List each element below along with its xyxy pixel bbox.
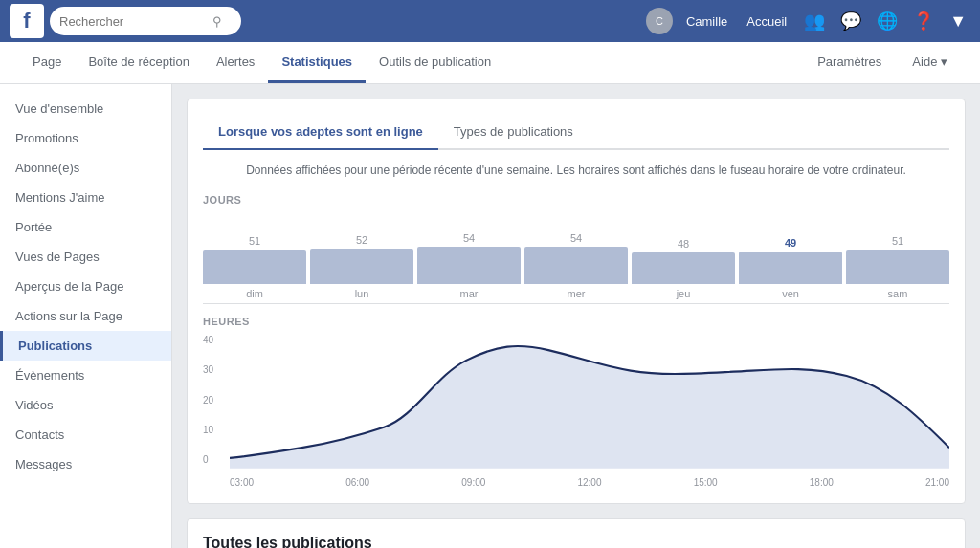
search-input[interactable] <box>59 14 212 29</box>
bar-chart: 51 dim 52 lun 54 mar 54 mer 48 jeu 49 ve… <box>203 213 949 299</box>
search-bar[interactable]: ⚲ <box>50 7 241 35</box>
tabs-row: Lorsque vos adeptes sont en ligne Types … <box>203 115 949 150</box>
x-label: 15:00 <box>694 477 718 488</box>
x-labels: 03:0006:0009:0012:0015:0018:0021:00 <box>230 477 949 488</box>
sidebar-item-videos[interactable]: Vidéos <box>0 390 171 420</box>
bar-rect <box>310 249 413 284</box>
bar-col: 54 mer <box>524 232 628 299</box>
bar-value: 49 <box>785 237 796 249</box>
bar-day: mar <box>460 288 479 299</box>
x-label: 03:00 <box>230 477 254 488</box>
bar-col: 51 dim <box>203 235 306 299</box>
x-label: 18:00 <box>810 477 834 488</box>
sidebar-item-evenements[interactable]: Évènements <box>0 361 171 390</box>
bar-value: 54 <box>570 232 582 244</box>
area-fill <box>230 346 949 469</box>
bar-rect <box>417 247 521 284</box>
bar-day: mer <box>568 288 586 299</box>
y-label: 20 <box>203 395 230 406</box>
main-layout: Vue d'ensemble Promotions Abonné(e)s Men… <box>0 84 980 548</box>
info-text: Données affichées pour une période récen… <box>203 162 949 179</box>
bar-day: dim <box>246 288 263 299</box>
page-nav: Page Boîte de réception Alertes Statisti… <box>0 42 980 84</box>
y-label: 10 <box>203 425 230 435</box>
main-content: Lorsque vos adeptes sont en ligne Types … <box>172 84 980 548</box>
globe-icon[interactable]: 🌐 <box>873 11 902 32</box>
x-label: 21:00 <box>925 477 949 488</box>
y-labels: 403020100 <box>203 335 230 465</box>
x-label: 12:00 <box>577 477 601 488</box>
bar-rect <box>524 247 628 284</box>
bar-day: jeu <box>677 288 691 299</box>
accueil-link[interactable]: Accueil <box>741 11 792 33</box>
sidebar-item-publications[interactable]: Publications <box>0 331 171 361</box>
x-label: 09:00 <box>461 477 485 488</box>
line-chart-svg <box>230 335 949 469</box>
facebook-logo: f <box>10 4 44 38</box>
sidebar-item-promotions[interactable]: Promotions <box>0 123 171 153</box>
bar-col: 49 ven <box>739 237 842 299</box>
y-label: 30 <box>203 364 230 375</box>
sidebar-item-vues-pages[interactable]: Vues de Pages <box>0 242 171 272</box>
nav-parametres[interactable]: Paramètres <box>804 43 895 83</box>
bar-value: 52 <box>356 234 368 246</box>
bar-col: 52 lun <box>310 234 413 299</box>
nav-aide[interactable]: Aide ▾ <box>899 43 961 83</box>
nav-outils-publication[interactable]: Outils de publication <box>366 43 504 83</box>
y-label: 0 <box>203 454 230 465</box>
sidebar-item-apercus[interactable]: Aperçus de la Page <box>0 272 171 301</box>
line-chart-label: HEURES <box>203 316 949 327</box>
sidebar-item-mentions-jaime[interactable]: Mentions J'aime <box>0 183 171 212</box>
tab-types-publications[interactable]: Types de publications <box>438 115 589 150</box>
bar-value: 51 <box>892 235 903 247</box>
bar-col: 51 sam <box>846 235 949 299</box>
nav-page[interactable]: Page <box>19 43 75 83</box>
sidebar-item-actions[interactable]: Actions sur la Page <box>0 301 171 331</box>
bar-day: ven <box>782 288 799 299</box>
question-icon[interactable]: ❓ <box>909 11 938 32</box>
sidebar-item-portee[interactable]: Portée <box>0 212 171 242</box>
bar-rect <box>739 252 842 284</box>
bar-col: 54 mar <box>417 232 521 299</box>
bar-day: sam <box>888 288 908 299</box>
bar-day: lun <box>355 288 369 299</box>
people-icon[interactable]: 👥 <box>800 11 829 32</box>
sidebar-item-vue-ensemble[interactable]: Vue d'ensemble <box>0 94 171 123</box>
nav-alertes[interactable]: Alertes <box>203 43 268 83</box>
bar-value: 48 <box>678 238 689 250</box>
bar-value: 54 <box>463 232 475 244</box>
chevron-down-icon[interactable]: ▼ <box>946 11 970 32</box>
all-publications-card: Toutes les publications Portée : Organiq… <box>187 518 966 548</box>
bar-col: 48 jeu <box>632 238 735 299</box>
bar-rect <box>203 250 306 284</box>
bar-chart-label: JOURS <box>203 194 949 206</box>
bar-rect <box>846 250 949 284</box>
sidebar: Vue d'ensemble Promotions Abonné(e)s Men… <box>0 84 172 548</box>
search-icon: ⚲ <box>212 14 222 29</box>
x-label: 06:00 <box>345 477 369 488</box>
top-nav-right: C Camille Accueil 👥 💬 🌐 ❓ ▼ <box>646 8 970 34</box>
sidebar-item-contacts[interactable]: Contacts <box>0 420 171 449</box>
sidebar-item-messages[interactable]: Messages <box>0 449 171 479</box>
tab-adeptes-en-ligne[interactable]: Lorsque vos adeptes sont en ligne <box>203 115 438 150</box>
avatar: C <box>646 8 673 34</box>
user-name-link[interactable]: Camille <box>680 11 733 33</box>
nav-boite-reception[interactable]: Boîte de réception <box>75 43 203 83</box>
chat-icon[interactable]: 💬 <box>836 11 865 32</box>
sidebar-item-abonnes[interactable]: Abonné(e)s <box>0 153 171 183</box>
y-label: 40 <box>203 335 230 345</box>
section-title: Toutes les publications <box>203 535 949 548</box>
top-nav: f ⚲ C Camille Accueil 👥 💬 🌐 ❓ ▼ <box>0 0 980 42</box>
line-chart: 403020100 03:0006:0009:0012:0015:0018:00… <box>203 335 949 488</box>
page-nav-right: Paramètres Aide ▾ <box>804 43 961 83</box>
online-fans-card: Lorsque vos adeptes sont en ligne Types … <box>187 99 966 504</box>
nav-statistiques[interactable]: Statistiques <box>268 43 366 83</box>
bar-rect <box>632 252 735 284</box>
bar-value: 51 <box>249 235 260 247</box>
